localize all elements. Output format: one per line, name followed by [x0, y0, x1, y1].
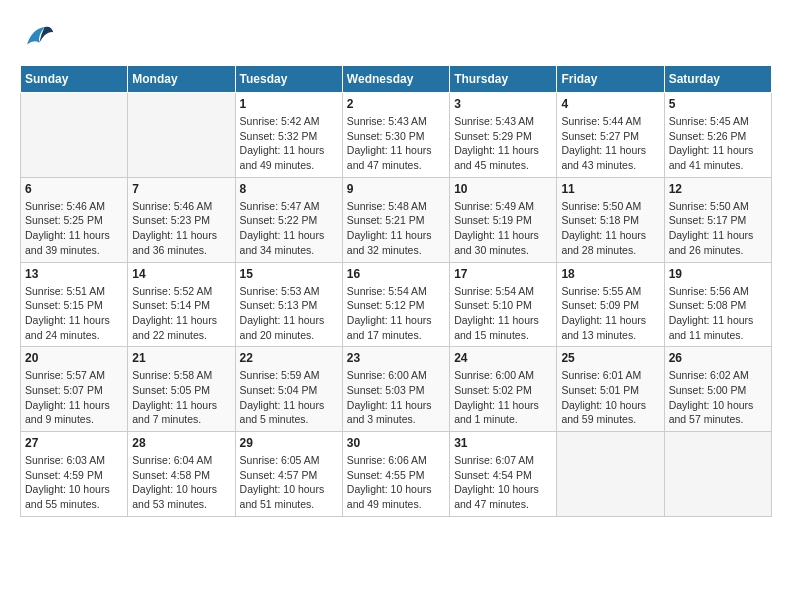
calendar-cell: 12Sunrise: 5:50 AM Sunset: 5:17 PM Dayli…: [664, 177, 771, 262]
day-info: Sunrise: 6:05 AM Sunset: 4:57 PM Dayligh…: [240, 453, 338, 512]
day-info: Sunrise: 5:59 AM Sunset: 5:04 PM Dayligh…: [240, 368, 338, 427]
calendar-cell: 23Sunrise: 6:00 AM Sunset: 5:03 PM Dayli…: [342, 347, 449, 432]
day-info: Sunrise: 5:50 AM Sunset: 5:17 PM Dayligh…: [669, 199, 767, 258]
day-info: Sunrise: 5:47 AM Sunset: 5:22 PM Dayligh…: [240, 199, 338, 258]
day-info: Sunrise: 6:06 AM Sunset: 4:55 PM Dayligh…: [347, 453, 445, 512]
calendar-cell: 9Sunrise: 5:48 AM Sunset: 5:21 PM Daylig…: [342, 177, 449, 262]
day-number: 1: [240, 97, 338, 111]
calendar-table: SundayMondayTuesdayWednesdayThursdayFrid…: [20, 65, 772, 517]
day-info: Sunrise: 5:51 AM Sunset: 5:15 PM Dayligh…: [25, 284, 123, 343]
weekday-header: Tuesday: [235, 66, 342, 93]
day-number: 24: [454, 351, 552, 365]
day-info: Sunrise: 5:42 AM Sunset: 5:32 PM Dayligh…: [240, 114, 338, 173]
calendar-cell: 20Sunrise: 5:57 AM Sunset: 5:07 PM Dayli…: [21, 347, 128, 432]
day-info: Sunrise: 5:58 AM Sunset: 5:05 PM Dayligh…: [132, 368, 230, 427]
day-info: Sunrise: 5:43 AM Sunset: 5:30 PM Dayligh…: [347, 114, 445, 173]
calendar-cell: 5Sunrise: 5:45 AM Sunset: 5:26 PM Daylig…: [664, 93, 771, 178]
day-info: Sunrise: 6:01 AM Sunset: 5:01 PM Dayligh…: [561, 368, 659, 427]
calendar-cell: 4Sunrise: 5:44 AM Sunset: 5:27 PM Daylig…: [557, 93, 664, 178]
day-info: Sunrise: 5:49 AM Sunset: 5:19 PM Dayligh…: [454, 199, 552, 258]
calendar-cell: 1Sunrise: 5:42 AM Sunset: 5:32 PM Daylig…: [235, 93, 342, 178]
calendar-cell: 2Sunrise: 5:43 AM Sunset: 5:30 PM Daylig…: [342, 93, 449, 178]
calendar-cell: [557, 432, 664, 517]
day-number: 31: [454, 436, 552, 450]
day-info: Sunrise: 6:07 AM Sunset: 4:54 PM Dayligh…: [454, 453, 552, 512]
day-number: 15: [240, 267, 338, 281]
weekday-header: Thursday: [450, 66, 557, 93]
weekday-header: Wednesday: [342, 66, 449, 93]
day-info: Sunrise: 5:55 AM Sunset: 5:09 PM Dayligh…: [561, 284, 659, 343]
day-number: 14: [132, 267, 230, 281]
day-number: 20: [25, 351, 123, 365]
calendar-cell: 24Sunrise: 6:00 AM Sunset: 5:02 PM Dayli…: [450, 347, 557, 432]
day-number: 26: [669, 351, 767, 365]
weekday-header: Friday: [557, 66, 664, 93]
calendar-week-row: 1Sunrise: 5:42 AM Sunset: 5:32 PM Daylig…: [21, 93, 772, 178]
calendar-week-row: 27Sunrise: 6:03 AM Sunset: 4:59 PM Dayli…: [21, 432, 772, 517]
weekday-header-row: SundayMondayTuesdayWednesdayThursdayFrid…: [21, 66, 772, 93]
day-number: 3: [454, 97, 552, 111]
day-info: Sunrise: 5:44 AM Sunset: 5:27 PM Dayligh…: [561, 114, 659, 173]
calendar-cell: 26Sunrise: 6:02 AM Sunset: 5:00 PM Dayli…: [664, 347, 771, 432]
day-info: Sunrise: 6:00 AM Sunset: 5:03 PM Dayligh…: [347, 368, 445, 427]
day-number: 28: [132, 436, 230, 450]
day-number: 19: [669, 267, 767, 281]
page-header: [20, 20, 772, 55]
day-info: Sunrise: 5:54 AM Sunset: 5:10 PM Dayligh…: [454, 284, 552, 343]
day-number: 5: [669, 97, 767, 111]
day-number: 22: [240, 351, 338, 365]
day-info: Sunrise: 5:57 AM Sunset: 5:07 PM Dayligh…: [25, 368, 123, 427]
weekday-header: Saturday: [664, 66, 771, 93]
calendar-cell: 22Sunrise: 5:59 AM Sunset: 5:04 PM Dayli…: [235, 347, 342, 432]
day-info: Sunrise: 6:04 AM Sunset: 4:58 PM Dayligh…: [132, 453, 230, 512]
calendar-cell: [128, 93, 235, 178]
calendar-cell: 7Sunrise: 5:46 AM Sunset: 5:23 PM Daylig…: [128, 177, 235, 262]
day-number: 29: [240, 436, 338, 450]
day-info: Sunrise: 5:50 AM Sunset: 5:18 PM Dayligh…: [561, 199, 659, 258]
day-info: Sunrise: 5:56 AM Sunset: 5:08 PM Dayligh…: [669, 284, 767, 343]
day-number: 18: [561, 267, 659, 281]
day-info: Sunrise: 5:45 AM Sunset: 5:26 PM Dayligh…: [669, 114, 767, 173]
calendar-cell: 3Sunrise: 5:43 AM Sunset: 5:29 PM Daylig…: [450, 93, 557, 178]
day-number: 11: [561, 182, 659, 196]
day-number: 30: [347, 436, 445, 450]
calendar-cell: [664, 432, 771, 517]
day-number: 13: [25, 267, 123, 281]
day-info: Sunrise: 5:52 AM Sunset: 5:14 PM Dayligh…: [132, 284, 230, 343]
day-info: Sunrise: 5:43 AM Sunset: 5:29 PM Dayligh…: [454, 114, 552, 173]
day-number: 16: [347, 267, 445, 281]
day-number: 25: [561, 351, 659, 365]
day-info: Sunrise: 6:02 AM Sunset: 5:00 PM Dayligh…: [669, 368, 767, 427]
calendar-cell: 28Sunrise: 6:04 AM Sunset: 4:58 PM Dayli…: [128, 432, 235, 517]
calendar-cell: 29Sunrise: 6:05 AM Sunset: 4:57 PM Dayli…: [235, 432, 342, 517]
day-number: 10: [454, 182, 552, 196]
logo: [20, 20, 60, 55]
weekday-header: Monday: [128, 66, 235, 93]
calendar-week-row: 6Sunrise: 5:46 AM Sunset: 5:25 PM Daylig…: [21, 177, 772, 262]
calendar-cell: 17Sunrise: 5:54 AM Sunset: 5:10 PM Dayli…: [450, 262, 557, 347]
calendar-cell: 19Sunrise: 5:56 AM Sunset: 5:08 PM Dayli…: [664, 262, 771, 347]
day-number: 2: [347, 97, 445, 111]
calendar-cell: 6Sunrise: 5:46 AM Sunset: 5:25 PM Daylig…: [21, 177, 128, 262]
calendar-cell: 30Sunrise: 6:06 AM Sunset: 4:55 PM Dayli…: [342, 432, 449, 517]
calendar-week-row: 20Sunrise: 5:57 AM Sunset: 5:07 PM Dayli…: [21, 347, 772, 432]
day-number: 6: [25, 182, 123, 196]
weekday-header: Sunday: [21, 66, 128, 93]
calendar-cell: 11Sunrise: 5:50 AM Sunset: 5:18 PM Dayli…: [557, 177, 664, 262]
calendar-cell: 31Sunrise: 6:07 AM Sunset: 4:54 PM Dayli…: [450, 432, 557, 517]
calendar-cell: 18Sunrise: 5:55 AM Sunset: 5:09 PM Dayli…: [557, 262, 664, 347]
day-info: Sunrise: 5:46 AM Sunset: 5:25 PM Dayligh…: [25, 199, 123, 258]
logo-icon: [20, 20, 55, 55]
calendar-cell: [21, 93, 128, 178]
day-number: 27: [25, 436, 123, 450]
day-number: 17: [454, 267, 552, 281]
calendar-cell: 10Sunrise: 5:49 AM Sunset: 5:19 PM Dayli…: [450, 177, 557, 262]
day-info: Sunrise: 6:03 AM Sunset: 4:59 PM Dayligh…: [25, 453, 123, 512]
calendar-cell: 25Sunrise: 6:01 AM Sunset: 5:01 PM Dayli…: [557, 347, 664, 432]
day-number: 12: [669, 182, 767, 196]
day-number: 7: [132, 182, 230, 196]
day-number: 23: [347, 351, 445, 365]
day-info: Sunrise: 6:00 AM Sunset: 5:02 PM Dayligh…: [454, 368, 552, 427]
day-info: Sunrise: 5:54 AM Sunset: 5:12 PM Dayligh…: [347, 284, 445, 343]
day-number: 9: [347, 182, 445, 196]
